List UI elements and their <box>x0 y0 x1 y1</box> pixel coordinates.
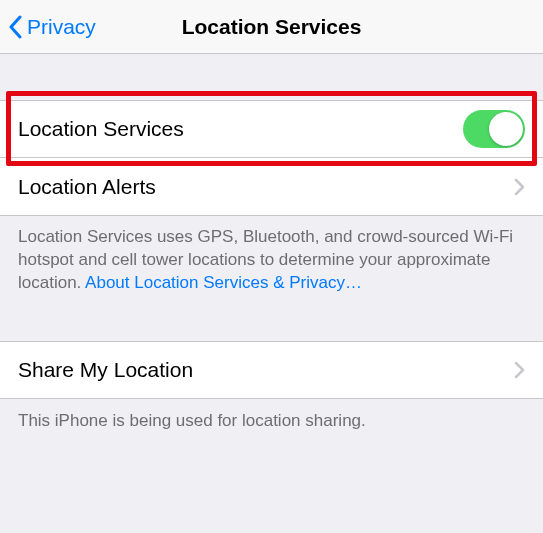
back-label: Privacy <box>27 15 96 39</box>
share-location-footer: This iPhone is being used for location s… <box>0 399 543 431</box>
location-services-label: Location Services <box>18 117 184 141</box>
back-button[interactable]: Privacy <box>0 15 96 39</box>
section-gap <box>0 311 543 341</box>
switch-knob <box>489 112 523 146</box>
navbar: Privacy Location Services <box>0 0 543 54</box>
chevron-right-icon <box>514 361 525 379</box>
share-my-location-row[interactable]: Share My Location <box>0 341 543 399</box>
location-services-group: Location Services Location Alerts <box>0 100 543 216</box>
location-services-toggle[interactable] <box>463 110 525 148</box>
share-my-location-label: Share My Location <box>18 358 193 382</box>
location-alerts-row[interactable]: Location Alerts <box>0 158 543 216</box>
highlight-wrapper: Location Services <box>0 100 543 158</box>
location-services-row[interactable]: Location Services <box>0 100 543 158</box>
about-location-privacy-link[interactable]: About Location Services & Privacy… <box>85 273 362 292</box>
section-gap <box>0 54 543 100</box>
chevron-right-icon <box>514 178 525 196</box>
chevron-left-icon <box>8 15 22 39</box>
location-services-footer: Location Services uses GPS, Bluetooth, a… <box>0 216 543 311</box>
location-alerts-label: Location Alerts <box>18 175 156 199</box>
